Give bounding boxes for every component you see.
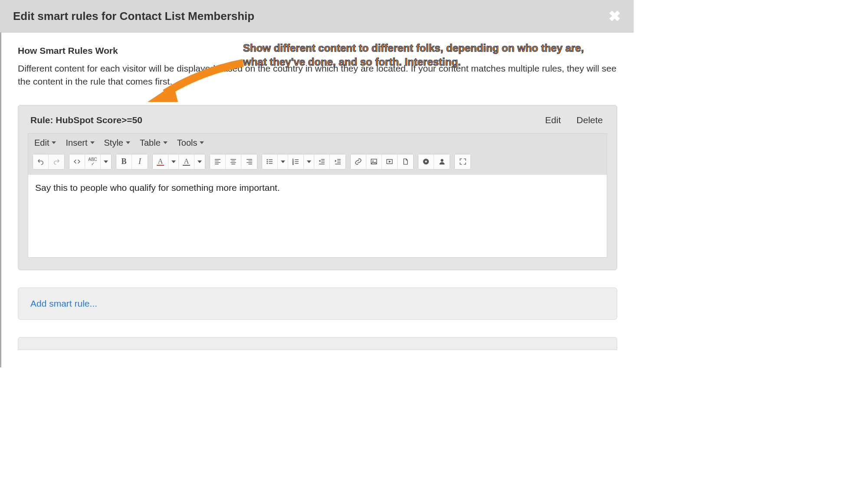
bold-button[interactable]: B — [116, 154, 132, 169]
chevron-down-icon — [200, 141, 204, 144]
modal-body: How Smart Rules Work Different content f… — [0, 33, 634, 367]
toolbar-group-list: 123 — [262, 154, 346, 170]
user-icon — [438, 158, 446, 165]
text-color-dropdown[interactable] — [168, 154, 179, 169]
italic-button[interactable]: I — [132, 154, 148, 169]
menu-style-label: Style — [104, 138, 123, 148]
toolbar-group-view — [454, 154, 471, 170]
align-left-icon — [214, 158, 221, 165]
redo-icon — [53, 158, 60, 165]
menu-table-label: Table — [140, 138, 161, 148]
toolbar-group-format: B I — [116, 154, 148, 170]
redo-button[interactable] — [49, 154, 64, 169]
svg-point-2 — [267, 163, 268, 164]
insert-image-button[interactable] — [366, 154, 382, 169]
italic-icon: I — [138, 157, 141, 166]
undo-button[interactable] — [33, 154, 49, 169]
chevron-down-icon — [90, 141, 95, 144]
bullet-list-dropdown[interactable] — [278, 154, 288, 169]
menu-table[interactable]: Table — [140, 138, 168, 148]
rich-text-editor: Edit Insert Style Table Tools ABC✓ B — [28, 133, 607, 258]
svg-text:1: 1 — [293, 159, 294, 161]
chevron-down-icon — [163, 141, 168, 144]
editor-menubar: Edit Insert Style Table Tools — [28, 134, 607, 154]
toolbar-group-color: A A — [152, 154, 205, 170]
background-color-icon: A — [183, 158, 191, 166]
editor-toolbar: ABC✓ B I A A — [28, 154, 607, 175]
menu-insert-label: Insert — [66, 138, 87, 148]
svg-point-7 — [372, 160, 373, 161]
svg-text:3: 3 — [293, 163, 294, 165]
menu-tools-label: Tools — [177, 138, 197, 148]
align-right-button[interactable] — [241, 154, 257, 169]
svg-point-1 — [267, 161, 268, 162]
spellcheck-button[interactable]: ABC✓ — [85, 154, 101, 169]
rule-title: Rule: HubSpot Score>=50 — [30, 115, 142, 125]
indent-icon — [334, 158, 342, 165]
rule-header: Rule: HubSpot Score>=50 Edit Delete — [30, 115, 607, 125]
text-color-button[interactable]: A — [153, 154, 168, 169]
chevron-down-icon — [104, 160, 108, 163]
chevron-down-icon — [281, 160, 285, 163]
chevron-down-icon — [171, 160, 176, 163]
editor-content[interactable]: Say this to people who qualify for somet… — [28, 175, 607, 257]
file-icon — [402, 158, 409, 165]
source-code-icon — [73, 158, 81, 165]
rule-edit-button[interactable]: Edit — [545, 115, 561, 125]
menu-edit[interactable]: Edit — [34, 138, 56, 148]
svg-point-0 — [267, 159, 268, 160]
menu-insert[interactable]: Insert — [66, 138, 94, 148]
rule-delete-button[interactable]: Delete — [576, 115, 603, 125]
source-code-button[interactable] — [69, 154, 85, 169]
background-color-dropdown[interactable] — [194, 154, 205, 169]
undo-icon — [37, 158, 44, 165]
align-center-icon — [230, 158, 237, 165]
toolbar-group-history — [33, 154, 65, 170]
numbered-list-button[interactable]: 123 — [288, 154, 304, 169]
personalize-button[interactable] — [434, 154, 450, 169]
svg-point-11 — [441, 159, 443, 162]
chevron-down-icon — [197, 160, 202, 163]
toolbar-group-misc — [418, 154, 450, 170]
source-dropdown[interactable] — [101, 154, 111, 169]
toolbar-group-source: ABC✓ — [69, 154, 112, 170]
menu-style[interactable]: Style — [104, 138, 130, 148]
align-center-button[interactable] — [226, 154, 241, 169]
toolbar-group-align — [210, 154, 257, 170]
link-icon — [355, 158, 362, 165]
background-color-button[interactable]: A — [179, 154, 194, 169]
modal-title: Edit smart rules for Contact List Member… — [13, 10, 254, 23]
insert-video-button[interactable] — [382, 154, 398, 169]
menu-tools[interactable]: Tools — [177, 138, 204, 148]
outdent-button[interactable] — [314, 154, 330, 169]
bullet-list-icon — [266, 158, 273, 165]
fullscreen-button[interactable] — [455, 154, 470, 169]
image-icon — [370, 158, 378, 165]
chevron-down-icon — [52, 141, 56, 144]
svg-text:2: 2 — [293, 161, 294, 163]
fullscreen-icon — [459, 158, 467, 165]
chevron-down-icon — [126, 141, 130, 144]
rule-panel: Rule: HubSpot Score>=50 Edit Delete Edit… — [18, 105, 617, 270]
spellcheck-icon: ABC✓ — [88, 157, 97, 166]
add-smart-rule-button[interactable]: Add smart rule... — [30, 298, 97, 308]
text-color-icon: A — [157, 158, 164, 166]
howworks-heading: How Smart Rules Work — [18, 46, 617, 56]
insert-file-button[interactable] — [398, 154, 413, 169]
indent-button[interactable] — [330, 154, 345, 169]
bullet-list-button[interactable] — [262, 154, 278, 169]
close-icon[interactable]: ✖ — [608, 9, 621, 23]
numbered-list-icon: 123 — [292, 158, 299, 165]
default-content-panel — [18, 337, 617, 350]
menu-edit-label: Edit — [34, 138, 49, 148]
cta-button[interactable] — [418, 154, 434, 169]
outdent-icon — [318, 158, 326, 165]
insert-link-button[interactable] — [351, 154, 366, 169]
modal-header: Edit smart rules for Contact List Member… — [0, 0, 634, 33]
align-left-button[interactable] — [210, 154, 226, 169]
toolbar-group-insert — [350, 154, 414, 170]
svg-point-10 — [425, 160, 427, 163]
gear-icon — [422, 158, 430, 165]
align-right-icon — [246, 158, 253, 165]
numbered-list-dropdown[interactable] — [304, 154, 314, 169]
